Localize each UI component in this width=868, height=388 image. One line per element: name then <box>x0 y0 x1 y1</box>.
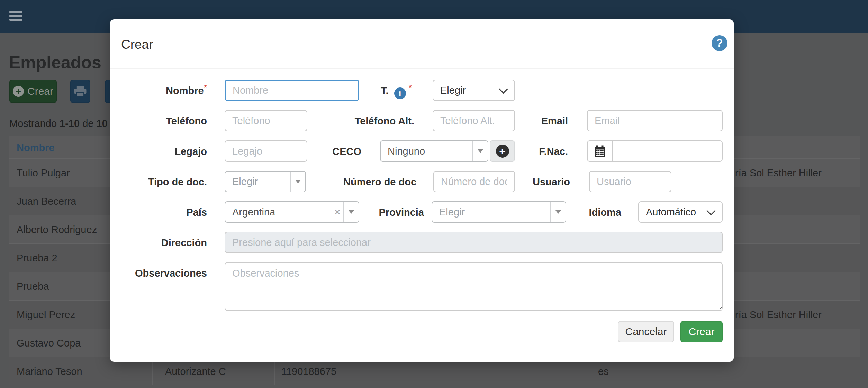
telefono-input[interactable] <box>225 110 307 131</box>
chevron-down-icon <box>499 84 508 94</box>
column-header-nombre[interactable]: Nombre <box>17 142 55 154</box>
label-ceco: CECO <box>292 145 361 158</box>
label-numero-doc: Número de doc <box>343 176 413 188</box>
label-telefono-alt: Teléfono Alt. <box>345 115 414 127</box>
calendar-icon <box>595 145 605 157</box>
ceco-combobox[interactable]: Ninguno <box>380 140 488 162</box>
dropdown-arrow[interactable] <box>472 141 488 161</box>
table-cell-clipped: ría Sol Esther Hiller <box>735 301 822 329</box>
toolbar-print-button[interactable] <box>70 80 90 103</box>
hamburger-menu-icon[interactable] <box>9 11 23 22</box>
pais-combobox[interactable]: Argentina × <box>225 201 359 223</box>
screen: Empleados + Crear Mostrando 1-10 de 10 N… <box>0 0 868 388</box>
printer-icon <box>74 86 87 97</box>
label-provincia: Provincia <box>355 206 424 219</box>
label-email: Email <box>499 115 568 127</box>
fnac-field <box>587 140 723 162</box>
label-direccion: Dirección <box>110 237 207 249</box>
chevron-down-icon <box>706 206 716 215</box>
provincia-combobox[interactable]: Elegir <box>432 201 566 223</box>
direccion-input[interactable] <box>225 232 723 253</box>
t-select[interactable]: Elegir <box>433 80 515 101</box>
label-telefono: Teléfono <box>110 115 207 127</box>
page-title: Empleados <box>9 53 101 73</box>
clear-icon[interactable]: × <box>332 202 343 222</box>
idioma-select[interactable]: Automático <box>638 201 723 223</box>
label-t: T. i * <box>343 84 412 97</box>
label-legajo: Legajo <box>110 145 207 158</box>
label-fnac: F.Nac. <box>499 145 568 158</box>
cancel-button[interactable]: Cancelar <box>618 321 674 342</box>
tipo-doc-combobox[interactable]: Elegir <box>225 171 306 192</box>
observaciones-textarea[interactable] <box>225 262 723 311</box>
calendar-button[interactable] <box>588 141 613 161</box>
fnac-input[interactable] <box>613 141 722 161</box>
label-nombre: Nombre* <box>110 84 207 97</box>
modal-header-divider <box>110 68 734 69</box>
results-count: Mostrando 1-10 de 10 <box>9 118 108 129</box>
toolbar-create-label: Crear <box>27 85 53 97</box>
info-icon[interactable]: i <box>394 87 406 99</box>
required-asterisk: * <box>409 83 412 92</box>
create-employee-modal: Crear ? Nombre* T. i * Elegir Teléfono T… <box>110 19 734 362</box>
table-cell-clipped: ría Sol Esther Hiller <box>735 159 822 187</box>
label-tipo-doc: Tipo de doc. <box>110 176 207 188</box>
help-icon[interactable]: ? <box>712 35 727 51</box>
results-total: 10 <box>97 118 108 129</box>
modal-title: Crear <box>121 37 153 52</box>
email-input[interactable] <box>587 110 723 131</box>
label-pais: País <box>110 206 207 219</box>
toolbar-create-button[interactable]: + Crear <box>9 80 57 103</box>
usuario-input[interactable] <box>589 171 671 192</box>
results-range: 1-10 <box>60 118 80 129</box>
label-usuario: Usuario <box>501 176 570 188</box>
nombre-input[interactable] <box>225 80 359 101</box>
plus-circle-icon: + <box>13 86 24 97</box>
required-asterisk: * <box>204 83 207 92</box>
create-button[interactable]: Crear <box>680 321 723 342</box>
label-idioma: Idioma <box>552 206 621 219</box>
dropdown-arrow[interactable] <box>290 172 305 192</box>
label-observaciones: Observaciones <box>110 267 207 279</box>
